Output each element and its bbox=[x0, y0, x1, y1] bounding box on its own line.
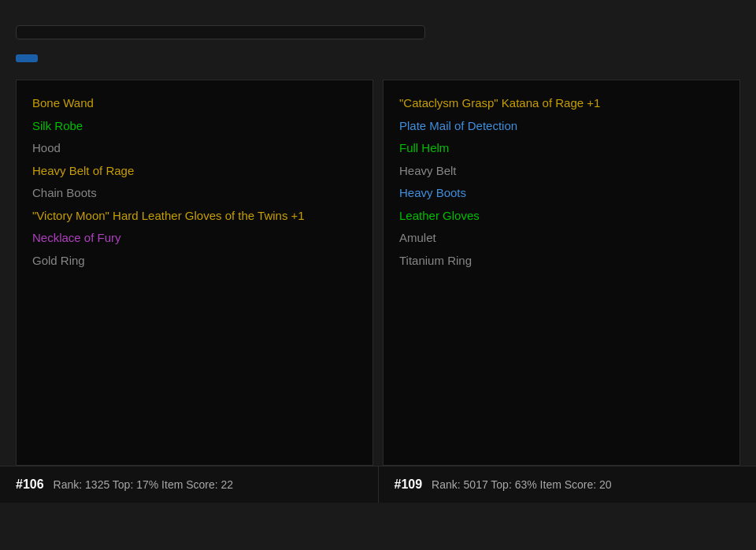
list-item: Hood bbox=[32, 139, 357, 158]
inventory-grid: Bone WandSilk RobeHoodHeavy Belt of Rage… bbox=[0, 80, 756, 466]
list-item: Bone Wand bbox=[32, 95, 357, 113]
footer-bar: #106 Rank: 1325 Top: 17% Item Score: 22 … bbox=[0, 466, 756, 503]
rank-right: #109 bbox=[395, 478, 423, 492]
list-item: Leather Gloves bbox=[399, 207, 724, 225]
item-list-left: Bone WandSilk RobeHoodHeavy Belt of Rage… bbox=[32, 95, 357, 269]
list-item: Heavy Belt of Rage bbox=[32, 162, 357, 180]
footer-left: #106 Rank: 1325 Top: 17% Item Score: 22 bbox=[0, 466, 378, 503]
list-item: Gold Ring bbox=[32, 252, 357, 270]
wallet-address bbox=[16, 25, 425, 39]
list-item: Plate Mail of Detection bbox=[399, 117, 724, 136]
list-item: Heavy Belt bbox=[399, 162, 724, 180]
list-item: Full Helm bbox=[399, 139, 724, 158]
list-item: Chain Boots bbox=[32, 184, 357, 203]
share-button[interactable] bbox=[16, 54, 38, 62]
inventory-panel-left: Bone WandSilk RobeHoodHeavy Belt of Rage… bbox=[16, 80, 373, 466]
list-item: "Cataclysm Grasp" Katana of Rage +1 bbox=[399, 95, 724, 113]
list-item: "Victory Moon" Hard Leather Gloves of th… bbox=[32, 207, 357, 225]
footer-right: #109 Rank: 5017 Top: 63% Item Score: 20 bbox=[378, 466, 757, 503]
rank-left: #106 bbox=[16, 478, 44, 492]
list-item: Heavy Boots bbox=[399, 184, 724, 203]
page-header bbox=[0, 0, 756, 80]
list-item: Necklace of Fury bbox=[32, 229, 357, 247]
list-item: Amulet bbox=[399, 229, 724, 247]
stats-right: Rank: 5017 Top: 63% Item Score: 20 bbox=[432, 478, 612, 491]
list-item: Titanium Ring bbox=[399, 252, 724, 270]
inventory-panel-right: "Cataclysm Grasp" Katana of Rage +1Plate… bbox=[383, 80, 740, 466]
item-list-right: "Cataclysm Grasp" Katana of Rage +1Plate… bbox=[399, 95, 724, 269]
stats-left: Rank: 1325 Top: 17% Item Score: 22 bbox=[54, 478, 234, 491]
list-item: Silk Robe bbox=[32, 117, 357, 136]
